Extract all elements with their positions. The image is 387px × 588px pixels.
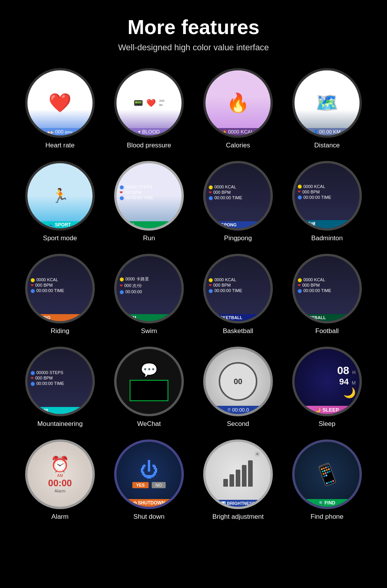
run-steps: 00000 STEPS: [125, 185, 152, 189]
kcal-dot5: ⬤: [120, 277, 124, 281]
steps-dot: ⬤: [120, 185, 124, 189]
rd-bpm: 000 BPM: [35, 283, 53, 287]
find-phone-label: Find phone: [310, 513, 343, 521]
bpm-dot4: ❤: [31, 283, 34, 287]
distance-label: Distance: [314, 142, 340, 149]
sw-kcal-row: ⬤ 0000 卡路里: [120, 276, 149, 282]
bpm-dot3: ❤: [298, 190, 301, 194]
cl-steps-row: ⬤ 00000 STEPS: [31, 370, 63, 375]
watch-find-phone: 📱 🔍 FIND: [292, 439, 362, 509]
calories-label: Calories: [226, 142, 250, 149]
watch-second: 00 ⏱ 00:00.0: [203, 347, 273, 416]
watch-badminton: ⬤ 0000 KCAL ❤ 000 BPM ⬤ 00:00:00 TIME 🏸 …: [292, 161, 362, 231]
sleep-m-label: M: [352, 380, 356, 386]
cl-bpm-row: ❤ 000 BPM: [31, 376, 53, 380]
find-display: FIND: [325, 500, 336, 506]
brightness-bar: 📊 BRIGHTNESS: [205, 500, 271, 507]
bpm-dot2: ❤: [209, 190, 212, 195]
cal-display: 0000 KCAL: [228, 129, 254, 135]
heart-icon-bp: ❤️: [146, 98, 156, 108]
riding-data: ⬤ 0000 KCAL ❤ 000 BPM ⬤ 00:00:00 TIME: [27, 256, 92, 314]
bd-bpm: 000 BPM: [302, 190, 320, 194]
badminton-data: ⬤ 0000 KCAL ❤ 000 BPM ⬤ 00:00:00 TIME: [295, 163, 360, 220]
bd-time: 00:00:00 TIME: [303, 195, 331, 200]
mountaineering-label: Mountaineering: [37, 420, 82, 428]
feature-riding: ⬤ 0000 KCAL ❤ 000 BPM ⬤ 00:00:00 TIME 🚴 …: [19, 254, 101, 335]
sw-speed: 000 次/分: [124, 283, 142, 289]
time-dot5: ⬤: [120, 290, 124, 294]
bpm-dot6: ❤: [209, 283, 212, 287]
watch-swim: ⬤ 0000 卡路里 ❤ 000 次/分 ⬤ 00:00:00 🏊 SWIM: [114, 254, 184, 323]
pp-display: PINGPONG: [214, 222, 236, 227]
phone-icon: 📱: [312, 460, 342, 489]
feature-calories: 🔥 🔥 0000 KCAL Calories: [197, 68, 279, 149]
bd-kcal: 0000 KCAL: [303, 184, 325, 189]
wechat-label: WeChat: [137, 420, 161, 428]
stopwatch-face: 00: [219, 362, 257, 401]
kcal-dot3: ⬤: [298, 184, 302, 188]
feature-swim: ⬤ 0000 卡路里 ❤ 000 次/分 ⬤ 00:00:00 🏊 SWIM S…: [108, 254, 190, 335]
watch-shutdown: ⏻ YES NO ⏻ SHUTDOWN: [114, 439, 184, 509]
feature-alarm: ⏰ AM 00:00 Alarm Alarm: [19, 439, 101, 521]
run-bpm-row: ❤ 000 BPM: [120, 190, 142, 195]
sleep-bar: 🌙 SLEEP: [295, 406, 360, 414]
fire-icon: 🔥: [226, 92, 250, 114]
shutdown-label: Shut down: [134, 513, 164, 521]
brightness-bars: [223, 460, 253, 487]
bk-kcal-row: ⬤ 0000 KCAL: [209, 277, 236, 282]
power-icon: ⏻: [140, 459, 158, 480]
alarm-display: AM 00:00 Alarm: [48, 473, 72, 493]
alarm-time: 00:00: [48, 478, 72, 489]
sleep-hours: 08: [337, 364, 349, 377]
dist-display: 00.00 KM: [319, 129, 341, 135]
bar1: [223, 479, 228, 487]
feature-blood-pressure: 📟 ❤️ 20080 ♥ BLOOD Blood pressure: [108, 68, 190, 149]
basketball-label: Basketball: [223, 327, 253, 335]
blood-pressure-label: Blood pressure: [127, 142, 171, 149]
feature-run: ⬤ 00000 STEPS ❤ 000 BPM ⬤ 00:00:00 TIME …: [108, 161, 190, 242]
shutdown-display: SHUTDOWN: [138, 500, 165, 506]
watch-calories: 🔥 🔥 0000 KCAL: [203, 68, 273, 138]
bk-display: BASKETBALL: [214, 315, 243, 320]
no-button[interactable]: NO: [152, 482, 166, 488]
second-display: 00:00.0: [232, 407, 249, 413]
sw-display: SWIM: [125, 315, 136, 320]
bp-bar-label: BLOOD: [142, 129, 160, 135]
swim-label: Swim: [141, 327, 157, 335]
time-dot6: ⬤: [209, 289, 213, 293]
kcal-dot7: ⬤: [298, 278, 302, 282]
shutdown-bar: ⏻ SHUTDOWN: [116, 499, 182, 507]
alarm-text-label: Alarm: [55, 489, 66, 493]
alarm-period: AM: [57, 473, 63, 478]
rd-time: 00:00:00 TIME: [36, 288, 64, 293]
watch-brightness: ☀ 📊 BRIGHTNESS: [203, 439, 273, 509]
watch-football: ⬤ 0000 KCAL ❤ 000 BPM ⬤ 00:00:00 TIME ⚽ …: [292, 254, 362, 323]
sw-time: 00:00:00: [125, 289, 142, 294]
yes-button[interactable]: YES: [132, 482, 149, 488]
rd-display: RIDING: [36, 315, 51, 320]
bpm-dot: ❤: [120, 190, 123, 195]
cl-bar: 🏔 CLIMB: [27, 407, 92, 414]
feature-sport-mode: 🏃 👟 SPORT Sport mode: [19, 161, 101, 242]
run-steps-row: ⬤ 00000 STEPS: [120, 185, 152, 189]
pingpong-label: Pingpong: [224, 234, 252, 242]
bk-bpm: 000 BPM: [213, 283, 231, 287]
sleep-h-label: H: [352, 370, 356, 375]
watch-sleep: 08 H 94 M 🌙 🌙 SLEEP: [292, 347, 362, 416]
badminton-label: Badminton: [311, 234, 342, 242]
rd-bpm-row: ❤ 000 BPM: [31, 283, 53, 287]
shutdown-buttons: YES NO: [132, 482, 166, 488]
bk-time: 00:00:00 TIME: [214, 288, 242, 293]
heart-icon: ❤️: [48, 92, 72, 114]
fb-display: FOOTBALL: [303, 315, 326, 320]
bk-kcal: 0000 KCAL: [214, 277, 236, 282]
cl-time-row: ⬤ 00:00:00 TIME: [31, 381, 64, 386]
rd-time-row: ⬤ 00:00:00 TIME: [31, 288, 64, 293]
cl-time: 00:00:00 TIME: [36, 381, 64, 386]
rd-kcal: 0000 KCAL: [36, 277, 58, 282]
rd-bar: 🚴 RIDING: [27, 314, 92, 321]
cl-steps: 00000 STEPS: [36, 370, 63, 375]
sleep-label: Sleep: [319, 420, 335, 428]
features-grid: ❤️ ▶▶ 000 BPM Heart rate 📟 ❤️ 20080 ♥ BL…: [19, 68, 368, 521]
sport-mode-label: Sport mode: [43, 234, 77, 242]
